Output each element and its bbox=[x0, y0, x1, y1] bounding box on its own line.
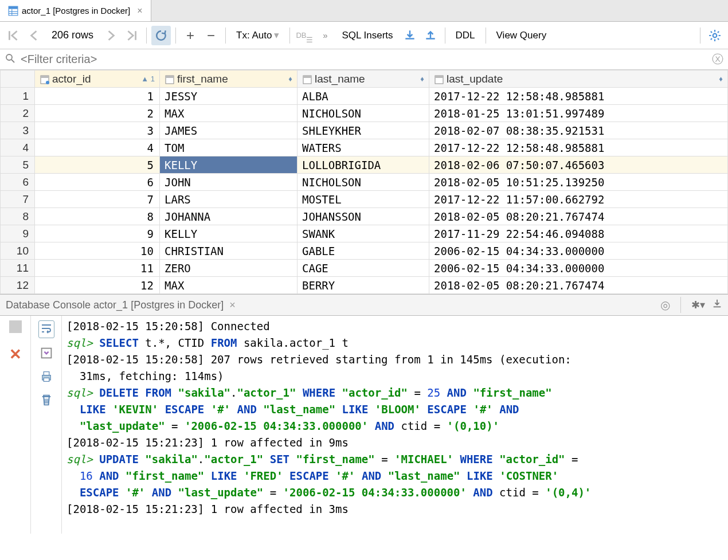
cell-first-name[interactable]: JOHN bbox=[160, 174, 298, 191]
cell-last-name[interactable]: JOHANSSON bbox=[298, 208, 429, 225]
cell-first-name[interactable]: KELLY bbox=[160, 225, 298, 242]
download-icon[interactable] bbox=[712, 299, 722, 312]
view-query-button[interactable]: View Query bbox=[491, 26, 553, 45]
ddl-button[interactable]: DDL bbox=[450, 26, 481, 45]
cell-last-name[interactable]: GABLE bbox=[298, 242, 429, 260]
cell-last-update[interactable]: 2018-02-05 10:51:25.139250 bbox=[429, 174, 728, 191]
tab-actor1[interactable]: actor_1 [Postgres in Docker] × bbox=[0, 0, 151, 21]
table-row[interactable]: 1010CHRISTIANGABLE2006-02-15 04:34:33.00… bbox=[1, 242, 728, 260]
row-number[interactable]: 4 bbox=[1, 139, 35, 156]
row-number[interactable]: 5 bbox=[1, 156, 35, 174]
row-number[interactable]: 9 bbox=[1, 225, 35, 242]
table-row[interactable]: 22MAXNICHOLSON2018-01-25 13:01:51.997489 bbox=[1, 105, 728, 122]
table-row[interactable]: 1212MAXBERRY2018-02-05 08:20:21.767474 bbox=[1, 277, 728, 294]
cell-last-name[interactable]: WATERS bbox=[298, 139, 429, 156]
cell-last-update[interactable]: 2006-02-15 04:34:33.000000 bbox=[429, 260, 728, 277]
cell-actor-id[interactable]: 3 bbox=[35, 122, 160, 139]
table-row[interactable]: 55KELLYLOLLOBRIGIDA2018-02-06 07:50:07.4… bbox=[1, 156, 728, 174]
cell-actor-id[interactable]: 7 bbox=[35, 191, 160, 208]
next-page-icon[interactable] bbox=[101, 26, 121, 45]
db-icon[interactable]: DB☰ bbox=[295, 26, 314, 45]
cell-last-name[interactable]: MOSTEL bbox=[298, 191, 429, 208]
close-icon[interactable]: × bbox=[137, 6, 142, 16]
cell-first-name[interactable]: ZERO bbox=[160, 260, 298, 277]
cell-last-name[interactable]: SWANK bbox=[298, 225, 429, 242]
table-row[interactable]: 44TOMWATERS2017-12-22 12:58:48.985881 bbox=[1, 139, 728, 156]
expand-icon[interactable]: » bbox=[315, 26, 335, 45]
close-icon[interactable]: × bbox=[229, 299, 236, 311]
cell-actor-id[interactable]: 2 bbox=[35, 105, 160, 122]
cell-actor-id[interactable]: 8 bbox=[35, 208, 160, 225]
prev-page-icon[interactable] bbox=[24, 26, 44, 45]
cell-last-update[interactable]: 2018-02-06 07:50:07.465603 bbox=[429, 156, 728, 174]
cell-first-name[interactable]: JAMES bbox=[160, 122, 298, 139]
row-number[interactable]: 2 bbox=[1, 105, 35, 122]
cell-first-name[interactable]: LARS bbox=[160, 191, 298, 208]
gear-dropdown-icon[interactable]: ✱▾ bbox=[691, 299, 705, 311]
cell-actor-id[interactable]: 4 bbox=[35, 139, 160, 156]
cell-actor-id[interactable]: 12 bbox=[35, 277, 160, 294]
stop-square-icon[interactable] bbox=[9, 320, 22, 333]
search-icon[interactable] bbox=[5, 53, 16, 66]
row-number[interactable]: 11 bbox=[1, 260, 35, 277]
column-header-first-name[interactable]: first_name♦ bbox=[160, 71, 298, 88]
cell-last-update[interactable]: 2017-11-29 22:54:46.094088 bbox=[429, 225, 728, 242]
export-up-icon[interactable] bbox=[421, 26, 440, 45]
cell-last-name[interactable]: CAGE bbox=[298, 260, 429, 277]
row-number[interactable]: 7 bbox=[1, 191, 35, 208]
row-number[interactable]: 6 bbox=[1, 174, 35, 191]
row-number[interactable]: 3 bbox=[1, 122, 35, 139]
console-tab-title[interactable]: Database Console actor_1 [Postgres in Do… bbox=[6, 299, 224, 311]
cell-actor-id[interactable]: 11 bbox=[35, 260, 160, 277]
target-icon[interactable]: ◎ bbox=[660, 298, 670, 312]
cell-first-name[interactable]: MAX bbox=[160, 105, 298, 122]
cell-actor-id[interactable]: 1 bbox=[35, 88, 160, 105]
cell-actor-id[interactable]: 6 bbox=[35, 174, 160, 191]
cell-first-name[interactable]: JOHANNA bbox=[160, 208, 298, 225]
cell-last-name[interactable]: NICHOLSON bbox=[298, 174, 429, 191]
cell-first-name[interactable]: KELLY bbox=[160, 156, 298, 174]
column-header-actor-id[interactable]: actor_id▲ 1 bbox=[35, 71, 160, 88]
row-number[interactable]: 8 bbox=[1, 208, 35, 225]
cell-last-name[interactable]: ALBA bbox=[298, 88, 429, 105]
scroll-lock-icon[interactable] bbox=[40, 346, 53, 362]
filter-input[interactable] bbox=[21, 53, 707, 66]
table-row[interactable]: 88JOHANNAJOHANSSON2018-02-05 08:20:21.76… bbox=[1, 208, 728, 225]
cell-actor-id[interactable]: 10 bbox=[35, 242, 160, 260]
table-row[interactable]: 77LARSMOSTEL2017-12-22 11:57:00.662792 bbox=[1, 191, 728, 208]
refresh-icon[interactable] bbox=[151, 26, 171, 45]
row-number[interactable]: 10 bbox=[1, 242, 35, 260]
cancel-x-icon[interactable]: ✕ bbox=[9, 346, 22, 363]
first-page-icon[interactable] bbox=[3, 26, 23, 45]
last-page-icon[interactable] bbox=[122, 26, 142, 45]
cell-actor-id[interactable]: 5 bbox=[35, 156, 160, 174]
clear-filter-icon[interactable]: ⓧ bbox=[712, 52, 723, 67]
import-down-icon[interactable] bbox=[400, 26, 420, 45]
cell-last-update[interactable]: 2006-02-15 04:34:33.000000 bbox=[429, 242, 728, 260]
column-header-last-name[interactable]: last_name♦ bbox=[298, 71, 429, 88]
table-row[interactable]: 33JAMESSHLEYKHER2018-02-07 08:38:35.9215… bbox=[1, 122, 728, 139]
row-number[interactable]: 1 bbox=[1, 88, 35, 105]
remove-row-icon[interactable]: − bbox=[201, 26, 221, 45]
table-row[interactable]: 11JESSYALBA2017-12-22 12:58:48.985881 bbox=[1, 88, 728, 105]
sql-inserts-button[interactable]: SQL Inserts bbox=[336, 26, 398, 45]
cell-last-update[interactable]: 2018-02-05 08:20:21.767474 bbox=[429, 208, 728, 225]
cell-last-name[interactable]: LOLLOBRIGIDA bbox=[298, 156, 429, 174]
settings-gear-icon[interactable] bbox=[705, 26, 725, 45]
cell-last-name[interactable]: SHLEYKHER bbox=[298, 122, 429, 139]
cell-last-update[interactable]: 2018-02-07 08:38:35.921531 bbox=[429, 122, 728, 139]
cell-first-name[interactable]: MAX bbox=[160, 277, 298, 294]
wrap-text-icon[interactable] bbox=[38, 320, 54, 338]
cell-last-update[interactable]: 2017-12-22 12:58:48.985881 bbox=[429, 88, 728, 105]
cell-last-update[interactable]: 2018-02-05 08:20:21.767474 bbox=[429, 277, 728, 294]
table-row[interactable]: 1111ZEROCAGE2006-02-15 04:34:33.000000 bbox=[1, 260, 728, 277]
tx-mode-dropdown[interactable]: Tx: Auto ▾ bbox=[230, 26, 285, 45]
cell-last-name[interactable]: BERRY bbox=[298, 277, 429, 294]
cell-first-name[interactable]: TOM bbox=[160, 139, 298, 156]
row-number[interactable]: 12 bbox=[1, 277, 35, 294]
cell-last-update[interactable]: 2017-12-22 11:57:00.662792 bbox=[429, 191, 728, 208]
column-header-last-update[interactable]: last_update♦ bbox=[429, 71, 728, 88]
trash-icon[interactable] bbox=[40, 393, 53, 409]
table-row[interactable]: 66JOHNNICHOLSON2018-02-05 10:51:25.13925… bbox=[1, 174, 728, 191]
cell-last-name[interactable]: NICHOLSON bbox=[298, 105, 429, 122]
